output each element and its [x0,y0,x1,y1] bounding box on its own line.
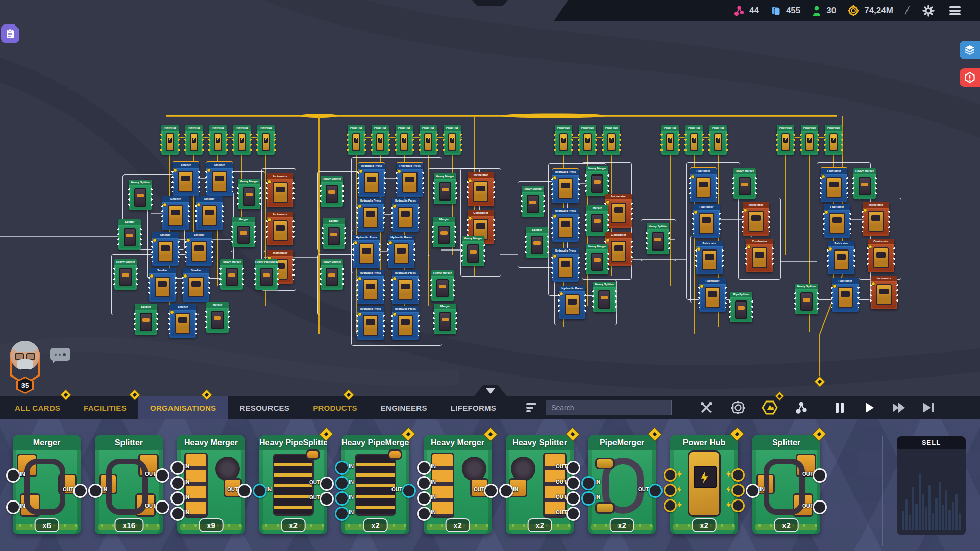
out-port[interactable] [73,484,87,498]
board-card[interactable]: Merger [206,302,229,333]
in-port[interactable] [664,499,677,512]
in-port[interactable] [6,468,20,483]
hand-card[interactable]: PipeMerger x2 ININOUT [588,435,656,534]
board-card[interactable]: Heavy Merger [586,166,608,196]
board-card[interactable]: Hydraulic Press [392,306,419,340]
quest-log-button[interactable] [1,24,19,43]
tab-all-cards[interactable]: ALL CARDS [3,396,72,419]
board-card[interactable]: Fabricator [824,204,850,238]
tab-organisations[interactable]: ORGANISATIONS [138,396,228,419]
board-card[interactable]: Power Hub [777,125,794,155]
board-card[interactable]: Fabricator [699,278,726,312]
board-card[interactable]: Heavy Splitter [321,176,343,207]
board-card[interactable]: Merger [434,304,456,334]
settings-button[interactable] [921,3,936,18]
board-card[interactable]: Power Hub [579,125,596,155]
out-port[interactable] [813,500,827,514]
out-port[interactable] [813,468,827,483]
board-card[interactable]: Heavy Splitter [321,259,343,290]
board-card[interactable]: Heavy Merger [434,173,456,204]
board-card[interactable]: Smelter [169,304,196,338]
layers-button[interactable] [960,41,980,59]
in-port[interactable] [664,468,677,482]
hand-card[interactable]: Splitter x2 INOUTOUT [752,435,820,534]
board-card[interactable]: Splitter [323,218,345,249]
board-card[interactable]: Hydraulic Press [353,235,380,268]
board-card[interactable]: Fabricator [821,167,847,202]
board-card[interactable]: Power Hub [161,125,179,155]
hand-card[interactable]: Heavy Merger x9 ININININOUT [177,435,245,534]
hand-card[interactable]: Heavy PipeSplitter x2 INOUTOUT [259,435,327,534]
in-port[interactable] [417,507,431,521]
board-card[interactable]: Hydraulic Press [392,270,419,304]
board-card[interactable]: Incinerator [743,202,769,236]
board-card[interactable]: Combustor [868,239,894,272]
out-port[interactable] [402,484,416,498]
in-port[interactable] [170,507,185,521]
board-card[interactable]: Power Hub [185,125,203,155]
research-tree-button[interactable] [790,396,813,419]
board-card[interactable]: Fabricator [693,204,720,238]
board-card[interactable]: Heavy Splitter [647,223,669,254]
board-card[interactable]: Power Hub [662,125,679,155]
board-card[interactable]: Heavy PipeMerger [255,259,278,290]
board-card[interactable]: Heavy Merger [431,270,454,301]
in-port[interactable] [170,491,185,506]
tab-lifeforms[interactable]: LIFEFORMS [439,396,508,419]
in-port[interactable] [581,476,596,490]
max-speed-button[interactable] [917,396,940,419]
board-card[interactable]: Power Hub [685,125,703,155]
hand-card[interactable]: Splitter x16 INOUTOUT [95,435,163,534]
board-card[interactable]: Power Hub [555,125,572,155]
hand-card[interactable]: Power Hub x2 [670,435,738,534]
board-card[interactable]: Incinerator [267,212,293,245]
board-card[interactable]: Power Hub [372,125,389,155]
play-button[interactable] [858,396,880,419]
board-card[interactable]: Fabricator [690,167,717,202]
out-port[interactable] [731,468,745,482]
hand-card[interactable]: Heavy Merger x2 ININININOUT [424,435,492,534]
board-card[interactable]: Hydraulic Press [392,198,419,232]
board-card[interactable]: Smelter [162,196,189,230]
hand-card[interactable]: Heavy Splitter x2 INOUTOUTOUTOUT [506,435,574,534]
board-card[interactable]: Incinerator [267,173,293,207]
in-port[interactable] [581,491,596,506]
player-avatar[interactable]: 35 [6,341,46,394]
search-input[interactable] [546,400,672,415]
in-port[interactable] [499,484,513,498]
in-port[interactable] [664,484,677,497]
board-card[interactable]: Heavy Merger [853,168,876,199]
in-port[interactable] [335,507,349,521]
in-port[interactable] [88,484,103,498]
sell-panel[interactable]: SELL [897,436,966,535]
resource-research[interactable]: 44 [733,5,759,16]
board-card[interactable]: Incinerator [468,172,494,206]
in-port[interactable] [335,461,349,475]
board-card[interactable]: Power Hub [348,125,365,155]
board-card[interactable]: Hydraulic Press [357,198,384,232]
board-card[interactable]: Hydraulic Press [357,306,384,340]
in-port[interactable] [170,461,185,475]
board-card[interactable]: Merger [433,217,455,247]
board-card[interactable]: Heavy Merger [586,244,608,274]
out-port[interactable] [155,468,169,483]
board-card[interactable]: Power Hub [257,125,275,155]
out-port[interactable] [566,507,580,521]
out-port[interactable] [648,484,663,498]
board-card[interactable]: Heavy Splitter [795,284,818,314]
board-card[interactable]: Power Hub [396,125,413,155]
pause-button[interactable] [828,396,851,419]
in-port[interactable] [170,476,185,490]
board-card[interactable]: Smelter [196,196,223,230]
board-card[interactable]: Power Hub [825,125,842,155]
out-port[interactable] [731,499,745,512]
in-port[interactable] [417,461,431,475]
board-card[interactable]: Heavy Merger [462,236,484,266]
in-port[interactable] [417,491,431,506]
resource-cards[interactable]: 455 [770,5,800,16]
board-card[interactable]: Hydraulic Press [559,286,585,319]
in-port[interactable] [253,484,267,498]
out-port[interactable] [566,476,580,490]
board-card[interactable]: Power Hub [603,125,620,155]
board-card[interactable]: Splitter [135,304,157,335]
